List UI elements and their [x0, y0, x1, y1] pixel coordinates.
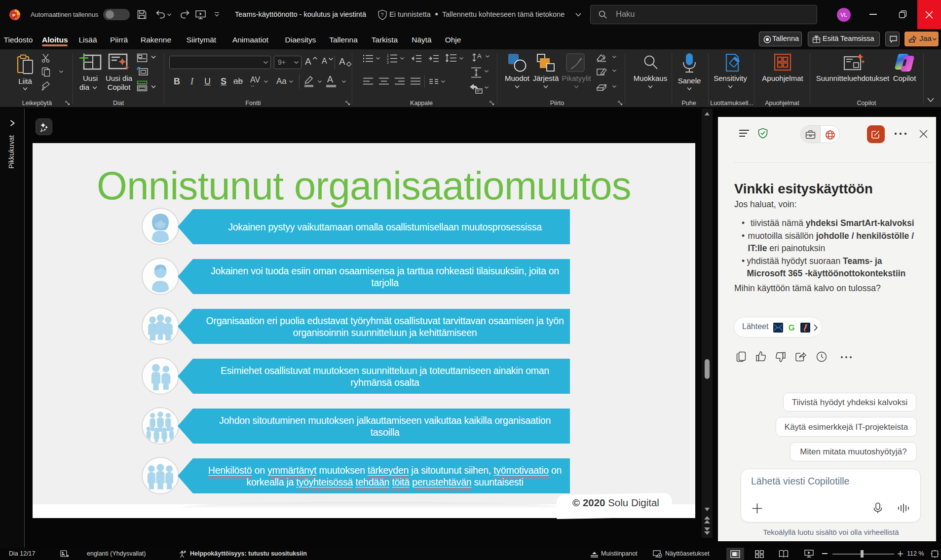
svg-text:1: 1	[387, 54, 389, 57]
svg-text:A: A	[477, 52, 482, 60]
svg-text:G: G	[789, 323, 795, 332]
svg-text:2: 2	[387, 57, 389, 61]
svg-text:P: P	[12, 12, 16, 18]
svg-text:3: 3	[387, 61, 389, 64]
svg-text:?: ?	[381, 12, 384, 18]
